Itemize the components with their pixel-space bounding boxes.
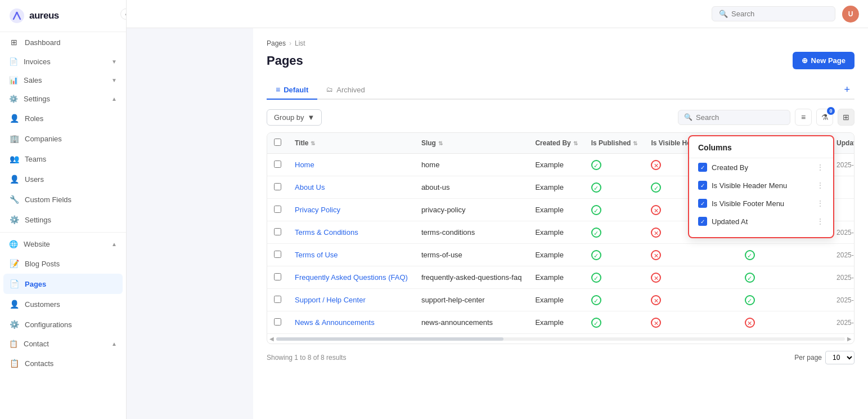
columns-icon: ⊞ (843, 113, 849, 122)
topbar: 🔍 U (127, 0, 868, 28)
sidebar-item-companies[interactable]: 🏢 Companies (0, 128, 126, 149)
column-checkbox-visible-footer[interactable]: ✓ (698, 199, 707, 208)
sidebar-item-configurations[interactable]: ⚙️ Configurations (0, 314, 126, 335)
column-checkbox-created-by[interactable]: ✓ (698, 163, 707, 172)
select-all-checkbox[interactable] (274, 139, 281, 146)
header-cross-icon: ✕ (651, 295, 661, 305)
sidebar-section-sales[interactable]: 📊 Sales ▼ (0, 71, 126, 90)
svg-point-0 (10, 8, 24, 23)
invoices-chevron-icon: ▼ (111, 59, 117, 65)
sidebar-item-settings[interactable]: ⚙️ Settings (0, 210, 126, 230)
column-item-updated-at: ✓ Updated At ⋮ (689, 212, 833, 230)
roles-icon: 👤 (9, 113, 19, 123)
col-title-sort[interactable]: Title ⇅ (295, 139, 315, 147)
sidebar-item-label: Dashboard (25, 38, 61, 47)
column-label-updated-at: Updated At (712, 217, 748, 226)
sidebar-item-label: Users (25, 175, 44, 184)
row-checkbox[interactable] (274, 161, 281, 168)
sort-icon: ⇅ (573, 140, 578, 146)
published-check-icon: ✓ (591, 295, 601, 305)
sidebar-item-contacts[interactable]: 📋 Contacts (0, 353, 126, 373)
toolbar-search-input[interactable] (696, 113, 784, 122)
sidebar-section-invoices[interactable]: 📄 Invoices ▼ (0, 52, 126, 71)
column-label-visible-header: Is Visible Header Menu (712, 181, 787, 190)
published-check-icon: ✓ (591, 273, 601, 283)
sidebar-item-teams[interactable]: 👥 Teams (0, 149, 126, 169)
sidebar-item-users[interactable]: 👤 Users (0, 169, 126, 189)
toolbar-left: Group by ▼ (267, 109, 322, 126)
topbar-search-input[interactable] (731, 10, 828, 18)
column-drag-handle[interactable]: ⋮ (816, 163, 824, 172)
pagination-info: Showing 1 to 8 of 8 results (267, 354, 346, 362)
list-view-button[interactable]: ≡ (795, 109, 812, 126)
published-check-icon: ✓ (591, 250, 601, 260)
columns-button[interactable]: ⊞ (838, 109, 854, 126)
scrollbar-thumb[interactable] (276, 337, 503, 341)
contact-children: 📋 Contacts (0, 353, 126, 373)
new-page-button[interactable]: ⊕ New Page (793, 52, 854, 69)
cell-created-by: Example (528, 199, 584, 221)
row-checkbox[interactable] (274, 273, 281, 280)
pages-icon: 📄 (9, 279, 19, 289)
horizontal-scrollbar[interactable]: ◀ ▶ (267, 334, 854, 344)
row-checkbox[interactable] (274, 206, 281, 213)
header-cross-icon: ✕ (651, 228, 661, 238)
column-checkbox-visible-header[interactable]: ✓ (698, 181, 707, 190)
cell-visible-footer: ✕ (738, 311, 830, 334)
col-slug-sort[interactable]: Slug ⇅ (421, 139, 443, 147)
page-title: Pages (267, 54, 303, 68)
sidebar-item-roles[interactable]: 👤 Roles (0, 108, 126, 128)
column-item-visible-header: ✓ Is Visible Header Menu ⋮ (689, 176, 833, 194)
table-row: Frequently Asked Questions (FAQ)frequent… (267, 266, 854, 289)
column-drag-handle[interactable]: ⋮ (816, 217, 824, 226)
select-all-col (267, 133, 288, 154)
cell-slug: about-us (415, 176, 529, 199)
cell-slug: support-help-center (415, 289, 529, 311)
tab-default-label: Default (284, 86, 308, 94)
column-drag-handle[interactable]: ⋮ (816, 199, 824, 208)
filter-badge: 0 (827, 107, 835, 115)
column-checkbox-updated-at[interactable]: ✓ (698, 217, 707, 226)
tab-add-button[interactable]: + (839, 84, 854, 96)
col-is-published-sort[interactable]: Is Published ⇅ (591, 139, 638, 147)
footer-check-icon: ✓ (745, 250, 755, 260)
sidebar-section-contact[interactable]: 📋 Contact ▲ (0, 335, 126, 353)
group-by-chevron-icon: ▼ (307, 113, 314, 122)
row-checkbox[interactable] (274, 296, 281, 303)
footer-check-icon: ✓ (745, 295, 755, 305)
avatar[interactable]: U (842, 6, 859, 23)
sidebar-section-settings[interactable]: ⚙️ Settings ▲ (0, 90, 126, 108)
group-by-button[interactable]: Group by ▼ (267, 109, 322, 126)
row-checkbox[interactable] (274, 228, 281, 235)
tab-archived[interactable]: 🗂 Archived (317, 81, 374, 100)
per-page-select[interactable]: 10 25 50 (825, 351, 854, 364)
row-checkbox[interactable] (274, 183, 281, 190)
tab-default[interactable]: ≡ Default (267, 81, 317, 100)
sidebar-item-custom-fields[interactable]: 🔧 Custom Fields (0, 189, 126, 210)
per-page-container: Per page 10 25 50 (794, 351, 854, 364)
scroll-left-icon[interactable]: ◀ (267, 336, 276, 342)
cell-updated-at: 2025-03-12 12:50:19 (830, 289, 854, 311)
cell-created-by: Example (528, 266, 584, 289)
scroll-right-icon[interactable]: ▶ (845, 336, 854, 342)
cell-slug: privacy-policy (415, 199, 529, 221)
cell-slug: home (415, 154, 529, 176)
row-checkbox[interactable] (274, 318, 281, 326)
sidebar-section-website[interactable]: 🌐 Website ▲ (0, 235, 126, 253)
sidebar-item-pages[interactable]: 📄 Pages (3, 274, 123, 294)
cell-visible-footer: ✓ (738, 289, 830, 311)
breadcrumb-pages[interactable]: Pages (267, 39, 286, 47)
sidebar-item-customers[interactable]: 👤 Customers (0, 294, 126, 314)
customers-icon: 👤 (9, 299, 19, 309)
col-created-by-sort[interactable]: Created By ⇅ (535, 139, 577, 147)
column-drag-handle[interactable]: ⋮ (816, 181, 824, 190)
cell-created-by: Example (528, 154, 584, 176)
columns-panel-title: Columns (689, 143, 833, 158)
sidebar-item-dashboard[interactable]: ⊞ Dashboard (0, 32, 126, 52)
logo-icon (9, 8, 25, 24)
sidebar-item-label: Settings (25, 216, 51, 224)
sidebar-item-blog-posts[interactable]: 📝 Blog Posts (0, 253, 126, 274)
cell-title: About Us (288, 176, 415, 199)
filter-button[interactable]: ⚗ 0 (816, 109, 833, 126)
row-checkbox[interactable] (274, 251, 281, 258)
